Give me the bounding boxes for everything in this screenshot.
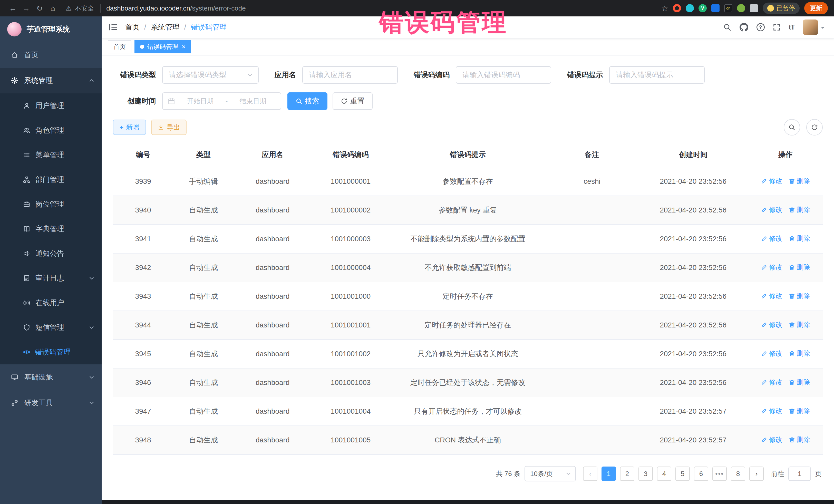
cell-id: 3941	[113, 224, 173, 253]
github-icon[interactable]	[740, 23, 748, 31]
delete-link[interactable]: 删除	[789, 234, 810, 243]
sidebar-item-dictionary[interactable]: 字典管理	[0, 217, 102, 241]
table-tools	[784, 119, 823, 135]
chevron-down-icon	[89, 275, 94, 281]
cell-actions: 修改删除	[748, 311, 823, 339]
sidebar-item-sms[interactable]: 短信管理	[0, 315, 102, 340]
page-size-select[interactable]: 10条/页	[525, 466, 576, 481]
sidebar-item-notices[interactable]: 通知公告	[0, 241, 102, 266]
pager-prev[interactable]: ‹	[583, 466, 597, 481]
search-button[interactable]: 搜索	[287, 92, 327, 110]
edit-link[interactable]: 修改	[761, 291, 783, 301]
help-icon[interactable]: ?	[756, 23, 765, 31]
sidebar-item-home[interactable]: 首页	[0, 42, 102, 68]
address-bar[interactable]: ⚠ 不安全 dashboard.yudao.iocoder.cn/system/…	[63, 4, 661, 13]
pager-page-3[interactable]: 3	[638, 466, 653, 481]
edit-link[interactable]: 修改	[761, 320, 783, 329]
extension-icon[interactable]	[711, 4, 720, 12]
main-area: 首页 / 系统管理 / 错误码管理 ? tT	[102, 17, 834, 504]
table-header-row: 编号 类型 应用名 错误码编码 错误码提示 备注 创建时间 操作	[113, 143, 823, 167]
sidebar-item-users[interactable]: 用户管理	[0, 93, 102, 118]
delete-link[interactable]: 删除	[789, 263, 810, 272]
breadcrumb-system[interactable]: 系统管理	[151, 22, 180, 32]
pager-next[interactable]: ›	[749, 466, 764, 481]
pager-page-2[interactable]: 2	[620, 466, 634, 481]
edit-link[interactable]: 修改	[761, 435, 783, 444]
puzzle-extensions-icon[interactable]	[750, 4, 758, 12]
edit-link[interactable]: 修改	[761, 205, 783, 214]
browser-update-button[interactable]: 更新	[804, 2, 828, 14]
pager-page-5[interactable]: 5	[675, 466, 690, 481]
app-name-input[interactable]	[302, 66, 398, 84]
table-row: 3943 自动生成 dashboard 1001001000 定时任务不存在 2…	[113, 282, 823, 311]
error-message-input[interactable]	[609, 66, 705, 84]
add-button[interactable]: + 新增	[113, 119, 146, 135]
home-icon[interactable]: ⌂	[46, 2, 60, 15]
edit-link[interactable]: 修改	[761, 407, 783, 415]
toggle-search-button[interactable]	[784, 119, 800, 135]
reset-button[interactable]: 重置	[333, 92, 373, 110]
font-size-icon[interactable]: tT	[789, 23, 794, 31]
delete-link[interactable]: 删除	[789, 177, 810, 185]
sidebar-item-online-users[interactable]: 在线用户	[0, 290, 102, 315]
plus-icon: +	[119, 124, 124, 131]
sidebar-item-departments[interactable]: 部门管理	[0, 167, 102, 192]
breadcrumb-home[interactable]: 首页	[125, 22, 139, 32]
sidebar-item-error-code[interactable]: </> 错误码管理	[0, 340, 102, 365]
bookmark-star-icon[interactable]: ☆	[661, 4, 668, 13]
cell-code: 1001001002	[311, 339, 390, 368]
sidebar-item-system[interactable]: 系统管理	[0, 68, 102, 93]
sidebar-item-roles[interactable]: 角色管理	[0, 118, 102, 143]
edit-link[interactable]: 修改	[761, 234, 783, 243]
search-icon[interactable]	[723, 23, 731, 31]
sidebar-item-infrastructure[interactable]: 基础设施	[0, 365, 102, 390]
pager-page-4[interactable]: 4	[657, 466, 671, 481]
tab-error-code[interactable]: 错误码管理 ×	[134, 40, 191, 53]
error-type-select[interactable]: 请选择错误码类型	[162, 66, 259, 84]
fullscreen-icon[interactable]	[773, 23, 781, 31]
sidebar-item-posts[interactable]: 岗位管理	[0, 192, 102, 217]
extension-icon[interactable]	[737, 4, 745, 12]
pager-page-1[interactable]: 1	[601, 466, 616, 481]
export-button[interactable]: 导出	[151, 119, 186, 135]
system-submenu: 用户管理 角色管理 菜单管理 部门管理 岗位管理	[0, 93, 102, 365]
back-icon[interactable]: ←	[6, 2, 20, 15]
profile-paused-badge[interactable]: 已暂停	[763, 3, 799, 14]
sidebar-item-menus[interactable]: 菜单管理	[0, 143, 102, 167]
goto-page-input[interactable]	[788, 466, 811, 481]
extension-icon[interactable]: on	[724, 4, 732, 12]
delete-link[interactable]: 删除	[789, 407, 810, 415]
pager-page-8[interactable]: 8	[731, 466, 745, 481]
close-icon[interactable]: ×	[182, 43, 185, 51]
edit-link[interactable]: 修改	[761, 378, 783, 387]
user-menu[interactable]	[803, 20, 825, 35]
sidebar-logo[interactable]: 芋道管理系统	[0, 17, 102, 42]
sidebar-item-audit-log[interactable]: 审计日志	[0, 266, 102, 290]
delete-link[interactable]: 删除	[789, 291, 810, 301]
delete-link[interactable]: 删除	[789, 349, 810, 358]
sidebar-item-dev-tools[interactable]: 研发工具	[0, 390, 102, 416]
delete-link[interactable]: 删除	[789, 320, 810, 329]
security-chip[interactable]: ⚠ 不安全	[63, 4, 101, 13]
date-range-picker[interactable]: 开始日期 - 结束日期	[162, 92, 281, 110]
delete-link[interactable]: 删除	[789, 435, 810, 444]
pager-more[interactable]: •••	[712, 466, 727, 481]
refresh-table-button[interactable]	[806, 119, 823, 135]
delete-link[interactable]: 删除	[789, 378, 810, 387]
cell-code: 1001000004	[311, 253, 390, 282]
sidebar-fold-icon[interactable]	[109, 23, 117, 31]
extension-icon[interactable]	[673, 4, 681, 12]
url-text[interactable]: dashboard.yudao.iocoder.cn/system/error-…	[106, 4, 246, 12]
pager-page-6[interactable]: 6	[694, 466, 708, 481]
tab-home[interactable]: 首页	[108, 40, 131, 53]
edit-link[interactable]: 修改	[761, 177, 783, 185]
extension-icon[interactable]: V	[699, 4, 707, 12]
error-code-input[interactable]	[456, 66, 551, 84]
refresh-icon[interactable]: ↻	[33, 2, 46, 15]
edit-link[interactable]: 修改	[761, 349, 783, 358]
pencil-icon	[761, 322, 768, 328]
edit-link[interactable]: 修改	[761, 263, 783, 272]
forward-icon[interactable]: →	[20, 2, 33, 15]
delete-link[interactable]: 删除	[789, 205, 810, 214]
extension-icon[interactable]	[686, 4, 694, 12]
